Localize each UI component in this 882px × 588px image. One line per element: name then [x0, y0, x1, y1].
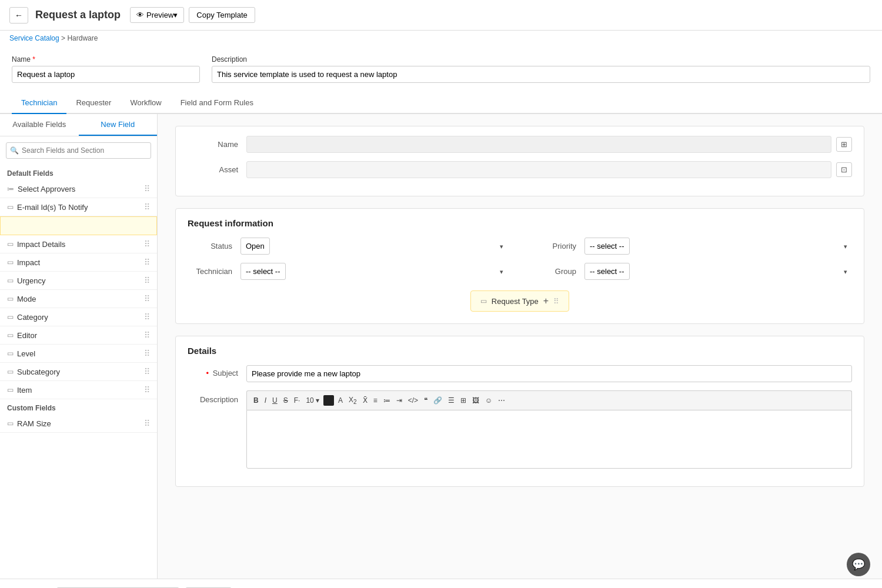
drag-handle-editor[interactable]: ⠿	[144, 330, 150, 340]
fontsize-button[interactable]: 10 ▾	[304, 395, 321, 406]
status-select-wrap: Open	[240, 238, 508, 255]
sidebar-item-level[interactable]: ▭ Level ⠿	[0, 345, 157, 363]
canvas: Name ⊞ Asset ⊡ Request information	[158, 114, 882, 579]
sidebar-item-subcategory[interactable]: ▭ Subcategory ⠿	[0, 363, 157, 381]
back-button[interactable]: ←	[9, 7, 28, 24]
table-button[interactable]: ⊞	[459, 395, 468, 406]
tab-technician[interactable]: Technician	[12, 92, 66, 114]
technician-select[interactable]: -- select --	[240, 263, 286, 280]
name-group: Name *	[12, 55, 200, 83]
sidebar-item-urgency[interactable]: ▭ Urgency ⠿	[0, 272, 157, 290]
sidebar-item-impact-details[interactable]: ▭ Impact Details ⠿	[0, 235, 157, 253]
field-icon-subcategory: ▭	[7, 368, 14, 376]
drag-handle-impact-details[interactable]: ⠿	[144, 239, 150, 249]
drag-handle-item[interactable]: ⠿	[144, 385, 150, 395]
drag-handle-subcategory[interactable]: ⠿	[144, 367, 150, 376]
status-select[interactable]: Open	[240, 238, 270, 255]
group-label: Group	[532, 267, 584, 276]
strikethrough-button[interactable]: S	[282, 395, 290, 406]
search-input[interactable]	[6, 142, 151, 159]
field-icon-mode: ▭	[7, 295, 14, 303]
italic-button[interactable]: I	[263, 395, 268, 406]
content-area: Available Fields New Field 🔍 Default Fie…	[0, 114, 882, 579]
sidebar-item-item[interactable]: ▭ Item ⠿	[0, 381, 157, 399]
request-type-row[interactable]: ▭ Request Type + ⠿	[470, 290, 569, 312]
chat-fab[interactable]: 💬	[847, 553, 870, 576]
font-button[interactable]: F·	[292, 395, 302, 406]
drag-handle-impact[interactable]: ⠿	[144, 258, 150, 267]
name-required: *	[32, 55, 35, 64]
drag-handle-approvers[interactable]: ⠿	[144, 184, 150, 193]
subject-input[interactable]	[246, 365, 852, 382]
field-label-select-approvers: Select Approvers	[18, 185, 75, 193]
field-icon-level: ▭	[7, 349, 14, 358]
indent-button[interactable]: ⇥	[395, 395, 404, 406]
sidebar-item-category[interactable]: ▭ Category ⠿	[0, 308, 157, 326]
drag-handle-mode[interactable]: ⠿	[144, 294, 150, 303]
preview-button[interactable]: 👁 Preview ▾	[130, 7, 184, 23]
tabs: Technician Requester Workflow Field and …	[0, 92, 882, 114]
highlight-button[interactable]: A	[336, 395, 345, 406]
link-button[interactable]: 🔗	[432, 395, 444, 406]
details-section: Details • Subject Description B I U S	[175, 336, 864, 487]
color-button[interactable]	[323, 395, 334, 406]
bullet-button[interactable]: ≔	[382, 395, 392, 406]
sidebar-tab-new[interactable]: New Field	[79, 114, 158, 136]
field-icon-urgency: ▭	[7, 276, 14, 285]
name-canvas-input[interactable]	[246, 136, 831, 153]
drag-handle-level[interactable]: ⠿	[144, 349, 150, 358]
underline-button[interactable]: U	[270, 395, 279, 406]
name-field-row: Name ⊞	[188, 136, 852, 153]
tab-requester[interactable]: Requester	[66, 92, 121, 114]
name-field-icon-btn[interactable]: ⊞	[836, 137, 852, 152]
sidebar-item-select-approvers[interactable]: ≔ Select Approvers ⠿	[0, 180, 157, 198]
desc-input[interactable]	[212, 66, 870, 83]
more-button[interactable]: ⋯	[496, 395, 507, 406]
name-canvas-label: Name	[188, 140, 246, 149]
desc-label: Description	[212, 55, 870, 64]
code-button[interactable]: </>	[406, 395, 420, 406]
asset-canvas-label: Asset	[188, 165, 246, 174]
breadcrumb-service-catalog[interactable]: Service Catalog	[9, 34, 59, 42]
align-button[interactable]: ≡	[372, 395, 379, 406]
field-label-mode: Mode	[17, 295, 36, 303]
sidebar-tab-available[interactable]: Available Fields	[0, 114, 79, 136]
tab-workflow[interactable]: Workflow	[121, 92, 171, 114]
superscript-button[interactable]: X̄	[361, 395, 369, 406]
sidebar-item-editor[interactable]: ▭ Editor ⠿	[0, 326, 157, 345]
status-row: Status Open	[188, 238, 508, 255]
asset-canvas-input[interactable]	[246, 161, 831, 178]
request-type-drag-icon[interactable]: ⠿	[553, 297, 559, 306]
field-label-item: Item	[17, 386, 32, 395]
sidebar-item-impact[interactable]: ▭ Impact ⠿	[0, 253, 157, 272]
image-button[interactable]: 🖼	[470, 395, 481, 406]
sidebar-item-mode[interactable]: ▭ Mode ⠿	[0, 290, 157, 308]
copy-template-button[interactable]: Copy Template	[189, 7, 255, 23]
drag-handle-urgency[interactable]: ⠿	[144, 276, 150, 285]
drag-handle-email[interactable]: ⠿	[144, 202, 150, 212]
asset-field-icon-btn[interactable]: ⊡	[836, 162, 852, 177]
quote-button[interactable]: ❝	[422, 395, 429, 406]
desc-group: Description	[212, 55, 870, 83]
field-icon-impact: ▭	[7, 258, 14, 266]
topbar: ← Request a laptop 👁 Preview ▾ Copy Temp…	[0, 0, 882, 31]
priority-select[interactable]: -- select --	[584, 238, 630, 255]
emoji-button[interactable]: ☺	[483, 395, 494, 406]
sidebar-item-blank[interactable]	[0, 216, 157, 235]
request-type-plus-icon[interactable]: +	[543, 296, 549, 306]
sidebar-item-email-notify[interactable]: ▭ E-mail Id(s) To Notify ⠿	[0, 198, 157, 216]
tab-field-form-rules[interactable]: Field and Form Rules	[171, 92, 263, 114]
priority-select-wrap: -- select --	[584, 238, 852, 255]
name-input[interactable]	[12, 66, 200, 83]
list-style-button[interactable]: ☰	[446, 395, 456, 406]
sidebar-item-ram-size[interactable]: ▭ RAM Size ⠿	[0, 415, 157, 433]
field-icon-category: ▭	[7, 313, 14, 321]
field-icon-email: ▭	[7, 203, 14, 211]
drag-handle-category[interactable]: ⠿	[144, 312, 150, 322]
bold-button[interactable]: B	[252, 395, 260, 406]
editor-body[interactable]	[246, 410, 852, 469]
group-select[interactable]: -- select --	[584, 263, 630, 280]
subscript-button[interactable]: X2	[347, 395, 359, 406]
drag-handle-ram[interactable]: ⠿	[144, 419, 150, 428]
field-label-level: Level	[17, 349, 35, 358]
